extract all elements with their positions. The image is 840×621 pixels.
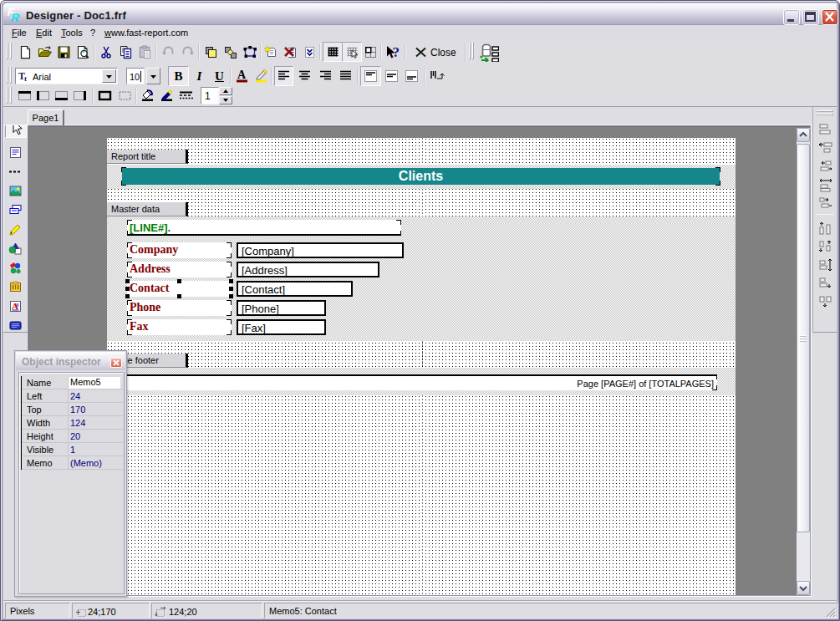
svg-text:R: R — [10, 11, 21, 24]
svg-text:?: ? — [392, 45, 400, 60]
svg-text:t: t — [24, 74, 27, 82]
svg-text:A: A — [237, 69, 247, 81]
